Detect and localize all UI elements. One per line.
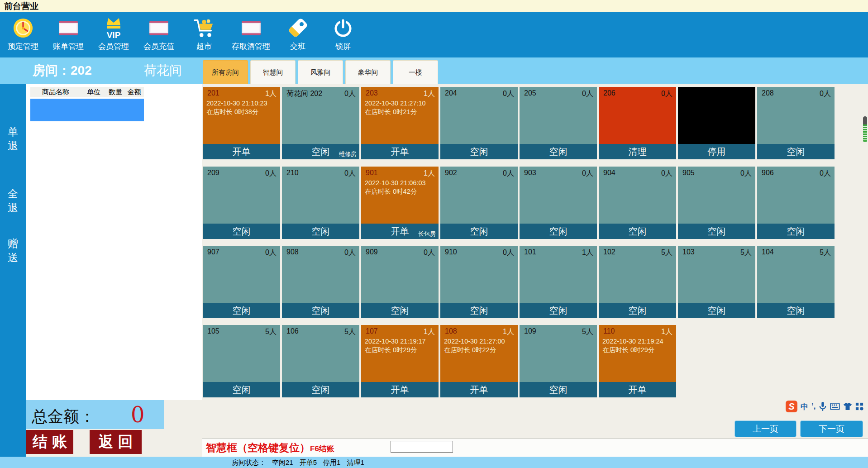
room-card-head: 9011人 <box>361 167 439 178</box>
room-sublabel: 长包房 <box>418 230 436 238</box>
room-card-head: 1065人 <box>282 325 359 337</box>
toolbar-button[interactable]: 账单管理 <box>51 14 86 51</box>
room-checkin-info: 2022-10-30 21:19:17在店时长 0时29分 <box>361 337 439 354</box>
room-person-count: 0人 <box>503 248 514 258</box>
toolbar-button[interactable]: 会员充值 <box>141 14 176 51</box>
shirt-icon[interactable] <box>843 402 852 411</box>
toolbar-button[interactable]: 存取酒管理 <box>232 14 270 51</box>
room-card-901[interactable]: 9011人2022-10-30 21:06:03在店时长 0时42分开单长包房 <box>361 167 439 239</box>
scrollbar-green-body <box>863 124 867 142</box>
total-amount-label: 总金额： <box>32 406 95 427</box>
room-row: 2011人2022-10-30 21:10:23在店时长 0时38分开单荷花间 … <box>203 87 835 159</box>
zh-icon[interactable]: 中 <box>801 401 808 412</box>
room-card-205[interactable]: 2050人空闲 <box>520 87 597 159</box>
room-person-count: 0人 <box>820 89 831 99</box>
room-card-head: 9040人 <box>599 167 676 178</box>
toolbar-button[interactable]: 超市 <box>186 14 222 51</box>
room-person-count: 5人 <box>820 248 831 258</box>
room-card-907[interactable]: 9070人空闲 <box>203 246 280 318</box>
toolbar-button[interactable]: 锁屏 <box>325 14 361 51</box>
room-card-201[interactable]: 2011人2022-10-30 21:10:23在店时长 0时38分开单 <box>203 87 280 159</box>
room-card-105[interactable]: 1055人空闲 <box>203 325 280 397</box>
room-card[interactable]: 停用 <box>678 87 755 159</box>
room-number: 荷花间 202 <box>286 89 322 99</box>
room-card-908[interactable]: 9080人空闲 <box>282 246 359 318</box>
room-person-count: 0人 <box>344 248 356 258</box>
room-card-head: 9080人 <box>282 246 359 258</box>
room-card-103[interactable]: 1035人空闲 <box>678 246 755 318</box>
toolbar-button[interactable]: 预定管理 <box>5 14 41 51</box>
room-person-count: 5人 <box>265 327 277 337</box>
room-card-208[interactable]: 2080人空闲 <box>757 87 835 159</box>
room-status-footer: 停用 <box>678 144 755 159</box>
room-status-footer: 空闲 <box>282 382 359 397</box>
room-card-109[interactable]: 1095人空闲 <box>520 325 597 397</box>
checkout-button[interactable]: 结账 <box>26 430 73 454</box>
sidebar-item-赠送[interactable]: 赠送 <box>0 237 26 265</box>
room-number: 901 <box>366 169 378 178</box>
room-card-102[interactable]: 1025人空闲 <box>599 246 676 318</box>
room-number: 908 <box>286 248 299 258</box>
tab-所有房间[interactable]: 所有房间 <box>203 60 248 84</box>
room-status-footer: 空闲 <box>599 224 676 239</box>
tab-风雅间[interactable]: 风雅间 <box>298 60 343 84</box>
tab-豪华间[interactable]: 豪华间 <box>345 60 391 84</box>
mic-icon[interactable] <box>819 401 827 411</box>
room-card-101[interactable]: 1011人空闲 <box>520 246 597 318</box>
prev-page-button[interactable]: 上一页 <box>734 420 796 437</box>
room-card-head: 2040人 <box>440 87 518 99</box>
room-person-count: 5人 <box>582 327 593 337</box>
room-card-荷花间 202[interactable]: 荷花间 2020人空闲维修房 <box>282 87 359 159</box>
punct-icon[interactable]: ’, <box>811 402 816 411</box>
room-card-905[interactable]: 9050人空闲 <box>678 167 755 239</box>
keyboard-icon[interactable] <box>830 403 840 410</box>
tab-一楼[interactable]: 一楼 <box>393 60 438 84</box>
room-card-902[interactable]: 9020人空闲 <box>440 167 518 239</box>
clock-icon <box>13 14 33 42</box>
room-checkin-info: 2022-10-30 21:27:00在店时长 0时22分 <box>440 337 518 354</box>
room-card-910[interactable]: 9100人空闲 <box>440 246 518 318</box>
sogou-logo[interactable]: S <box>786 401 797 412</box>
room-card-904[interactable]: 9040人空闲 <box>599 167 676 239</box>
card-icon <box>148 14 169 42</box>
room-status-footer: 空闲 <box>282 224 359 239</box>
back-button[interactable]: 返回 <box>90 430 142 454</box>
room-card-106[interactable]: 1065人空闲 <box>282 325 359 397</box>
current-room-label: 房间：202 <box>33 62 92 79</box>
room-card-906[interactable]: 9060人空闲 <box>757 167 835 239</box>
sidebar-item-全退[interactable]: 全退 <box>0 187 26 215</box>
room-number: 201 <box>207 89 219 99</box>
room-status-footer: 空闲 <box>757 224 835 239</box>
total-amount-value: 0 <box>131 402 145 427</box>
room-row: 2090人空闲2100人空闲9011人2022-10-30 21:06:03在店… <box>203 167 835 239</box>
room-card-108[interactable]: 1081人2022-10-30 21:27:00在店时长 0时22分开单 <box>440 325 518 397</box>
room-card-head: 1081人 <box>440 325 518 337</box>
room-card-107[interactable]: 1071人2022-10-30 21:19:17在店时长 0时29分开单 <box>361 325 439 397</box>
next-page-button[interactable]: 下一页 <box>800 420 863 437</box>
room-card-head: 2090人 <box>203 167 280 178</box>
room-card-206[interactable]: 2060人清理 <box>599 87 676 159</box>
sidebar-item-单退[interactable]: 单退 <box>0 125 26 153</box>
tab-智慧间[interactable]: 智慧间 <box>250 60 296 84</box>
status-count: 空闲21 <box>272 458 293 466</box>
smart-box-input[interactable] <box>391 441 453 453</box>
room-card-110[interactable]: 1101人2022-10-30 21:19:24在店时长 0时29分开单 <box>599 325 676 397</box>
room-card-104[interactable]: 1045人空闲 <box>757 246 835 318</box>
room-person-count: 1人 <box>424 169 435 178</box>
room-card-209[interactable]: 2090人空闲 <box>203 167 280 239</box>
room-card-head: 荷花间 2020人 <box>282 87 359 99</box>
room-card-909[interactable]: 9090人空闲 <box>361 246 439 318</box>
room-card-203[interactable]: 2031人2022-10-30 21:27:10在店时长 0时21分开单 <box>361 87 439 159</box>
toolbar-button[interactable]: 交班 <box>280 14 315 51</box>
pos-screen: 前台营业 预定管理账单管理VIP会员管理会员充值超市存取酒管理交班锁屏 房间：2… <box>0 0 868 468</box>
room-card-210[interactable]: 2100人空闲 <box>282 167 359 239</box>
toolbar-button-label: 存取酒管理 <box>232 42 270 51</box>
room-sublabel: 维修房 <box>339 150 357 158</box>
room-number: 205 <box>524 89 536 99</box>
scrollbar-thumb[interactable] <box>863 116 867 142</box>
grid-icon[interactable] <box>855 402 863 411</box>
room-card-204[interactable]: 2040人空闲 <box>440 87 518 159</box>
room-card-903[interactable]: 9030人空闲 <box>520 167 597 239</box>
order-selected-row[interactable] <box>30 99 144 121</box>
toolbar-button[interactable]: VIP会员管理 <box>96 14 131 51</box>
